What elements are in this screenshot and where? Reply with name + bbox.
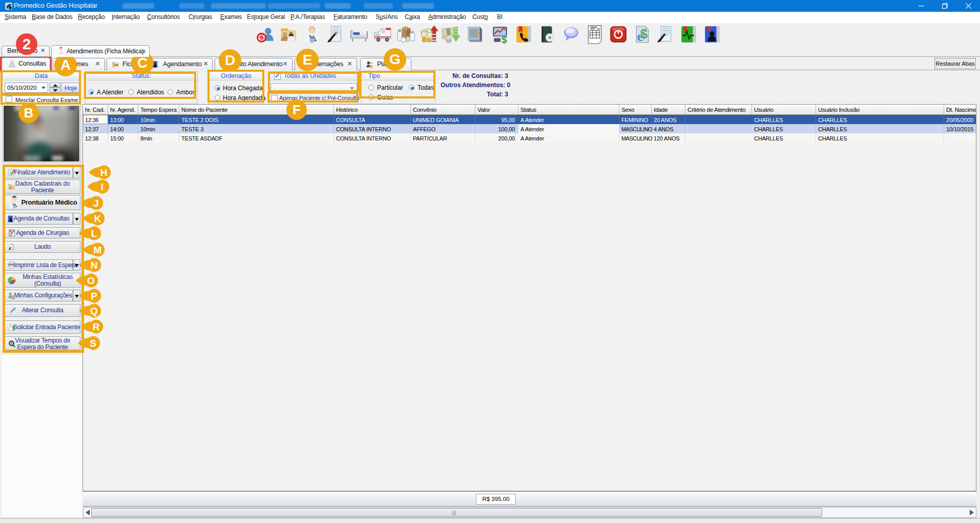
svg-text:P: P — [91, 291, 97, 301]
svg-text:H: H — [100, 167, 108, 178]
svg-text:J: J — [93, 198, 99, 209]
svg-text:O: O — [87, 275, 95, 286]
svg-text:L: L — [91, 228, 97, 239]
svg-text:M: M — [94, 245, 102, 255]
svg-text:$: $ — [640, 27, 648, 41]
svg-text:N: N — [91, 260, 98, 271]
svg-text:Q: Q — [90, 306, 98, 316]
svg-text:S: S — [90, 338, 96, 349]
svg-text:$: $ — [502, 34, 507, 44]
svg-text:R: R — [93, 321, 100, 332]
svg-text:K: K — [94, 213, 101, 224]
svg-text:I: I — [101, 182, 103, 192]
